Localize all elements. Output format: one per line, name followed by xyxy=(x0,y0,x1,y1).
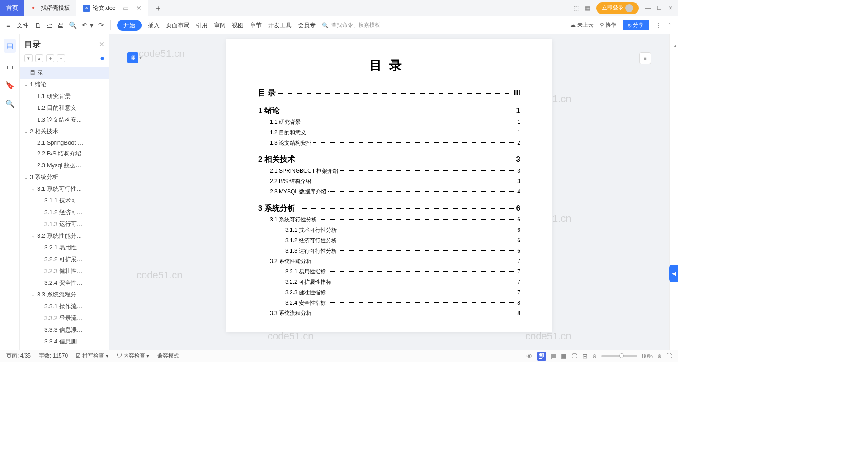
status-outline-icon[interactable]: ▤ xyxy=(551,353,557,360)
document-canvas[interactable]: 🗐 ▾ ≡ code51.cn code51.cn code51.cn code… xyxy=(109,34,669,350)
outline-node[interactable]: 1.2 目的和意义 xyxy=(20,102,109,114)
maximize-button[interactable]: ☐ xyxy=(657,5,662,11)
tab-review[interactable]: 审阅 xyxy=(214,21,226,29)
status-page[interactable]: 页面: 4/35 xyxy=(6,352,31,360)
apps-icon[interactable]: ▦ xyxy=(585,5,590,11)
rail-bookmark-icon[interactable]: 🔖 xyxy=(5,81,14,89)
toc-row[interactable]: 3.2.1 易用性指标7 xyxy=(258,268,520,276)
tab-insert[interactable]: 插入 xyxy=(148,21,160,29)
outline-node[interactable]: 3.3.1 操作流… xyxy=(20,301,109,312)
outline-node[interactable]: ⌄3 系统分析 xyxy=(20,171,109,183)
outline-close-icon[interactable]: ✕ xyxy=(99,41,104,48)
rail-outline-icon[interactable]: ▤ xyxy=(4,39,16,53)
outline-node[interactable]: ⌄2 相关技术 xyxy=(20,126,109,137)
outline-node[interactable]: 1.3 论文结构安… xyxy=(20,114,109,126)
zoom-out-button[interactable]: ⊖ xyxy=(592,353,597,359)
right-panel-toggle-icon[interactable]: ≡ xyxy=(639,52,651,64)
tab-start[interactable]: 开始 xyxy=(117,20,142,31)
scroll-up-icon[interactable]: ▴ xyxy=(674,42,676,47)
tab-close-icon[interactable]: ✕ xyxy=(136,5,142,12)
outline-node[interactable]: 2.3 Mysql 数据… xyxy=(20,160,109,171)
zoom-slider[interactable] xyxy=(601,355,637,357)
cloud-status[interactable]: ☁ 未上云 xyxy=(570,21,593,29)
status-spellcheck[interactable]: ☑ 拼写检查 ▾ xyxy=(76,352,108,360)
qat-redo-icon[interactable]: ↷ xyxy=(98,21,104,29)
new-tab-button[interactable]: ＋ xyxy=(148,3,169,14)
toc-row[interactable]: 1.3 论文结构安排2 xyxy=(258,139,520,147)
toc-row[interactable]: 3.3 系统流程分析8 xyxy=(258,310,520,317)
toc-row[interactable]: 3.2.4 安全性指标8 xyxy=(258,299,520,307)
collapse-ribbon-icon[interactable]: ⌃ xyxy=(667,22,672,28)
status-weblayout-icon[interactable]: ▦ xyxy=(561,353,567,360)
qat-preview-icon[interactable]: 🔍 xyxy=(69,21,77,29)
tab-layout[interactable]: 页面布局 xyxy=(166,21,189,29)
outline-node[interactable]: 3.2.4 安全性… xyxy=(20,277,109,289)
qat-undo-icon[interactable]: ↶ ▾ xyxy=(82,21,93,29)
outline-collapse-icon[interactable]: ▾ xyxy=(24,54,33,62)
rail-folder-icon[interactable]: 🗀 xyxy=(6,63,14,71)
toc-row[interactable]: 3.1.3 运行可行性分析6 xyxy=(258,247,520,255)
toc-row[interactable]: 3.2.2 可扩展性指标7 xyxy=(258,278,520,286)
close-button[interactable]: ✕ xyxy=(668,5,673,11)
fullscreen-icon[interactable]: ⛶ xyxy=(666,353,672,359)
outline-sync-icon[interactable]: ● xyxy=(100,54,104,62)
outline-node[interactable]: 3.2.3 健壮性… xyxy=(20,265,109,277)
status-eye-icon[interactable]: 👁 xyxy=(526,353,533,360)
layout-icon[interactable]: ⬚ xyxy=(574,5,579,11)
toc-row[interactable]: 3.2.3 健壮性指标7 xyxy=(258,289,520,296)
qat-open-icon[interactable]: 🗁 xyxy=(46,21,53,29)
toc-row[interactable]: 3 系统分析6 xyxy=(258,203,520,213)
toc-row[interactable]: 3.1.2 经济可行性分析6 xyxy=(258,237,520,245)
outline-node[interactable]: 3.1.2 经济可… xyxy=(20,207,109,218)
tab-member[interactable]: 会员专 xyxy=(298,21,316,29)
zoom-in-button[interactable]: ⊕ xyxy=(657,353,662,359)
outline-node[interactable]: 3.3.4 信息删… xyxy=(20,336,109,348)
tab-document[interactable]: W 论文.doc ▭ ✕ xyxy=(76,0,148,16)
outline-node[interactable]: 3.3.2 登录流… xyxy=(20,312,109,324)
status-grid-icon[interactable]: ⊞ xyxy=(582,353,588,360)
toc-row[interactable]: 1.1 研究背景1 xyxy=(258,118,520,126)
status-readmode-icon[interactable]: 🗐 xyxy=(537,352,546,361)
qat-print-icon[interactable]: 🖶 xyxy=(57,21,64,29)
outline-add-icon[interactable]: ＋ xyxy=(46,54,54,62)
more-icon[interactable]: ⋮ xyxy=(656,22,661,28)
outline-node[interactable]: ⌄3.1 系统可行性… xyxy=(20,183,109,195)
qat-new-icon[interactable]: 🗋 xyxy=(35,21,42,29)
outline-node[interactable]: 3.3.3 信息添… xyxy=(20,324,109,336)
tab-reference[interactable]: 引用 xyxy=(196,21,208,29)
page-tool-icon[interactable]: 🗐 xyxy=(127,52,138,63)
toc-row[interactable]: 目 录III xyxy=(258,88,520,98)
outline-expand-icon[interactable]: ▴ xyxy=(35,54,43,62)
tab-section[interactable]: 章节 xyxy=(250,21,262,29)
tab-home[interactable]: 首页 xyxy=(0,0,24,16)
outline-node[interactable]: 3.1.1 技术可… xyxy=(20,195,109,207)
outline-node[interactable]: 1.1 研究背景 xyxy=(20,90,109,102)
tab-devtools[interactable]: 开发工具 xyxy=(268,21,292,29)
toc-row[interactable]: 2.2 B/S 结构介绍3 xyxy=(258,178,520,185)
toc-row[interactable]: 1 绪论1 xyxy=(258,105,520,116)
tab-view[interactable]: 视图 xyxy=(232,21,244,29)
outline-node[interactable]: 2.1 SpringBoot … xyxy=(20,137,109,148)
rail-search-icon[interactable]: 🔍 xyxy=(5,99,14,108)
tab-popup-icon[interactable]: ▭ xyxy=(123,5,129,12)
outline-node[interactable]: ⌄1 绪论 xyxy=(20,79,109,90)
tab-template[interactable]: ✦ 找稻壳模板 xyxy=(24,0,76,16)
status-print-icon[interactable]: 🖵 xyxy=(571,353,578,360)
toc-row[interactable]: 2.1 SPRINGBOOT 框架介绍3 xyxy=(258,167,520,175)
status-content-check[interactable]: 🛡 内容检查 ▾ xyxy=(117,352,150,360)
zoom-level[interactable]: 80% xyxy=(642,353,653,359)
outline-node[interactable]: 3.2.2 可扩展… xyxy=(20,254,109,265)
toc-row[interactable]: 3.2 系统性能分析7 xyxy=(258,258,520,265)
side-tab-handle[interactable]: ◀ xyxy=(669,265,678,282)
file-menu[interactable]: 文件 xyxy=(17,21,28,29)
menu-icon[interactable]: ≡ xyxy=(6,21,10,29)
outline-node[interactable]: 3.1.3 运行可… xyxy=(20,218,109,230)
login-button[interactable]: 立即登录 xyxy=(596,2,639,14)
outline-node[interactable]: ⌄3.2 系统性能分… xyxy=(20,230,109,242)
outline-node[interactable]: 2.2 B/S 结构介绍… xyxy=(20,148,109,160)
toc-row[interactable]: 3.1.1 技术可行性分析6 xyxy=(258,226,520,234)
outline-node[interactable]: ⌄3.3 系统流程分… xyxy=(20,289,109,301)
minimize-button[interactable]: — xyxy=(645,5,651,11)
toc-row[interactable]: 2.3 MYSQL 数据库介绍4 xyxy=(258,188,520,196)
outline-node[interactable]: 3.2.1 易用性… xyxy=(20,242,109,254)
